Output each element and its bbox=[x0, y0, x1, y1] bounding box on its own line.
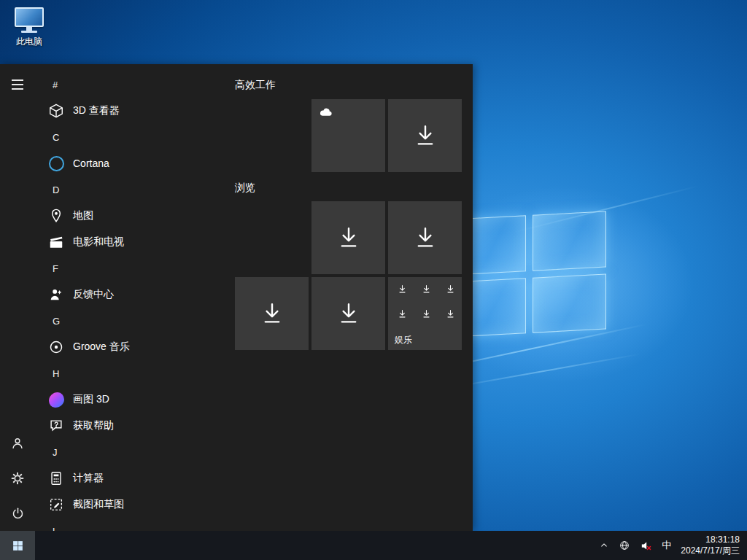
tile-group-title-productivity[interactable]: 高效工作 bbox=[235, 79, 276, 92]
six-download-arrows bbox=[398, 284, 455, 319]
download-arrow-icon bbox=[311, 277, 385, 350]
download-arrow-icon bbox=[422, 284, 431, 294]
start-button[interactable] bbox=[0, 531, 35, 560]
windows-logo-pane bbox=[533, 211, 607, 271]
download-arrow-icon bbox=[446, 309, 455, 319]
clock[interactable]: 18:31:18 2024/7/17/周三 bbox=[681, 534, 740, 556]
tile-pending-download[interactable] bbox=[388, 201, 462, 274]
tile-pending-download[interactable] bbox=[388, 99, 462, 172]
tile-onedrive[interactable] bbox=[311, 99, 385, 172]
download-arrow-icon bbox=[311, 201, 385, 274]
download-arrow-icon bbox=[398, 284, 407, 294]
tile-pending-download[interactable] bbox=[235, 277, 309, 350]
tile-pending-download[interactable] bbox=[311, 201, 385, 274]
this-pc-screen bbox=[15, 7, 44, 27]
ime-indicator[interactable]: 中 bbox=[662, 531, 671, 560]
download-arrow-icon bbox=[388, 201, 462, 274]
volume-muted-icon bbox=[640, 540, 652, 552]
network-status-button[interactable] bbox=[619, 531, 630, 560]
volume-button[interactable] bbox=[640, 531, 652, 560]
hidden-icons-button[interactable] bbox=[599, 531, 609, 560]
download-arrow-icon bbox=[422, 309, 431, 319]
this-pc-base bbox=[21, 31, 37, 33]
desktop-icon-this-pc[interactable]: 此电脑 bbox=[9, 7, 50, 48]
download-arrow-icon bbox=[398, 309, 407, 319]
tile-folder-label: 娱乐 bbox=[395, 334, 412, 346]
download-arrow-icon bbox=[235, 277, 309, 350]
tile-folder-entertainment[interactable]: 娱乐 bbox=[388, 277, 462, 350]
tile-pending-download[interactable] bbox=[311, 277, 385, 350]
this-pc-icon bbox=[15, 7, 44, 33]
windows-logo-icon bbox=[12, 540, 24, 552]
download-arrow-icon bbox=[388, 99, 462, 172]
tile-area: 高效工作 浏览 bbox=[0, 64, 473, 531]
desktop-icon-label: 此电脑 bbox=[9, 36, 50, 48]
desktop-screen: 此电脑 bbox=[0, 0, 747, 560]
system-tray: 中 18:31:18 2024/7/17/周三 bbox=[599, 531, 747, 560]
clock-time: 18:31:18 bbox=[681, 534, 740, 545]
windows-logo bbox=[452, 211, 606, 337]
tile-group-title-browse[interactable]: 浏览 bbox=[235, 182, 255, 195]
network-globe-icon bbox=[619, 540, 630, 551]
cloud-icon bbox=[319, 106, 333, 117]
download-arrow-icon bbox=[446, 284, 455, 294]
chevron-up-icon bbox=[599, 540, 609, 551]
windows-logo-pane bbox=[533, 273, 607, 333]
start-menu: # 3D 查看器 C Cortana D 地图 bbox=[0, 64, 473, 531]
taskbar: 中 18:31:18 2024/7/17/周三 bbox=[0, 531, 747, 560]
clock-date: 2024/7/17/周三 bbox=[681, 545, 740, 556]
